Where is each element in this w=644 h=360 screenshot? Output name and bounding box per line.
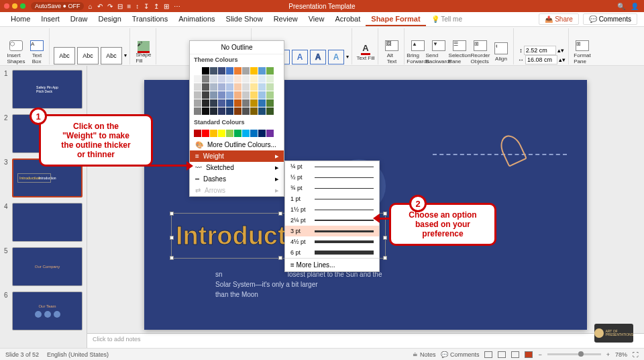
text-fill-button[interactable]: AText Fill [356, 40, 375, 64]
sketched-item[interactable]: 〰Sketched▶ [190, 162, 284, 173]
colour-swatch[interactable] [194, 91, 201, 99]
colour-swatch[interactable] [210, 83, 217, 91]
colour-swatch[interactable] [234, 107, 241, 115]
colour-swatch[interactable] [218, 67, 225, 75]
zoom-level[interactable]: 78% [615, 351, 627, 358]
colour-swatch[interactable] [218, 107, 225, 115]
colour-swatch[interactable] [242, 67, 250, 75]
qat-icon[interactable]: ⊞ [164, 3, 169, 10]
tab-slide-show[interactable]: Slide Show [221, 13, 268, 26]
qat-icon[interactable]: ⋯ [174, 3, 180, 10]
colour-swatch[interactable] [194, 83, 201, 91]
colour-swatch[interactable] [210, 91, 217, 99]
weight-option-4½pt[interactable]: 4½ pt [285, 236, 379, 247]
colour-swatch[interactable] [234, 75, 241, 83]
colour-swatch[interactable] [210, 130, 217, 137]
colour-swatch[interactable] [242, 83, 250, 91]
language-indicator[interactable]: English (United States) [47, 351, 109, 358]
colour-swatch[interactable] [234, 83, 241, 91]
tab-review[interactable]: Review [268, 13, 303, 26]
sorter-view-icon[interactable] [498, 351, 506, 358]
zoom-out-icon[interactable]: − [538, 351, 541, 358]
colour-swatch[interactable] [210, 75, 217, 83]
wordart-style-4[interactable]: A [310, 50, 326, 64]
colour-swatch[interactable] [194, 107, 201, 115]
thumbnail-6[interactable]: Our Team [12, 291, 83, 330]
qat-icon[interactable]: ≡ [127, 3, 131, 10]
thumbnail-5[interactable]: Our Company [12, 247, 83, 286]
qat-icon[interactable]: ↥ [154, 3, 159, 10]
reorder-button[interactable]: ⊞Reorder Objects [471, 40, 490, 64]
tab-acrobat[interactable]: Acrobat [329, 13, 366, 26]
colour-swatch[interactable] [258, 99, 266, 107]
shape-style-1[interactable]: Abc [54, 47, 75, 64]
colour-swatch[interactable] [242, 107, 250, 115]
colour-swatch[interactable] [250, 67, 258, 75]
colour-swatch[interactable] [234, 130, 241, 137]
dashes-item[interactable]: ┅Dashes▶ [190, 173, 284, 185]
colour-swatch[interactable] [258, 83, 266, 91]
tab-home[interactable]: Home [5, 13, 36, 26]
colour-swatch[interactable] [250, 130, 258, 137]
colour-swatch[interactable] [266, 91, 274, 99]
thumbnail-4[interactable] [12, 203, 83, 242]
colour-swatch[interactable] [266, 130, 274, 137]
colour-swatch[interactable] [202, 67, 209, 75]
send-backward-button[interactable]: ▼Send Backwards [429, 40, 448, 64]
tell-me[interactable]: 💡 Tell me [431, 15, 462, 23]
slideshow-view-icon[interactable] [525, 351, 533, 358]
tab-view[interactable]: View [303, 13, 330, 26]
colour-swatch[interactable] [218, 130, 225, 137]
weight-option-1½pt[interactable]: 1½ pt [285, 204, 379, 215]
weight-option-¾pt[interactable]: ¾ pt [285, 183, 379, 193]
qat-icon[interactable]: ↶ [97, 3, 103, 10]
autosave-toggle[interactable]: AutoSave ● OFF [31, 2, 84, 10]
colour-swatch[interactable] [194, 130, 201, 137]
share-button[interactable]: 📤 Share [539, 13, 578, 25]
colour-swatch[interactable] [202, 75, 209, 83]
weight-option-¼pt[interactable]: ¼ pt [285, 161, 379, 172]
qat-icon[interactable]: ⊟ [117, 3, 123, 10]
colour-swatch[interactable] [202, 130, 209, 137]
width-input[interactable]: ↔▴▾ [518, 55, 566, 64]
weight-option-1pt[interactable]: 1 pt [285, 193, 379, 204]
colour-swatch[interactable] [194, 75, 201, 83]
more-styles-icon[interactable]: ▾ [124, 52, 127, 58]
standard-colour-grid[interactable] [190, 128, 284, 139]
tab-insert[interactable]: Insert [36, 13, 65, 26]
colour-swatch[interactable] [234, 67, 241, 75]
bring-forward-button[interactable]: ▲Bring Forwards [409, 40, 427, 64]
colour-swatch[interactable] [202, 83, 209, 91]
colour-swatch[interactable] [242, 99, 250, 107]
fit-icon[interactable]: ⛶ [633, 351, 639, 358]
tab-shape-format[interactable]: Shape Format [366, 13, 425, 26]
zoom-slider[interactable] [547, 353, 601, 355]
colour-swatch[interactable] [250, 83, 258, 91]
colour-swatch[interactable] [242, 75, 250, 83]
window-controls[interactable] [4, 3, 25, 9]
tab-draw[interactable]: Draw [65, 13, 93, 26]
reading-view-icon[interactable] [511, 351, 519, 358]
slide-thumbnails[interactable]: 1Safety Pin App Pitch Deck23Introduction… [0, 66, 87, 348]
colour-swatch[interactable] [250, 107, 258, 115]
colour-swatch[interactable] [226, 75, 233, 83]
weight-option-3pt[interactable]: 3 pt [285, 226, 379, 236]
tab-transitions[interactable]: Transitions [127, 13, 173, 26]
thumbnail-1[interactable]: Safety Pin App Pitch Deck [12, 70, 83, 109]
align-button[interactable]: ⫞Align [492, 40, 511, 64]
colour-swatch[interactable] [194, 99, 201, 107]
notes-placeholder[interactable]: Click to add notes [87, 333, 644, 348]
colour-swatch[interactable] [258, 75, 266, 83]
colour-swatch[interactable] [226, 99, 233, 107]
weight-option-6pt[interactable]: 6 pt [285, 247, 379, 258]
colour-swatch[interactable] [226, 91, 233, 99]
selection-pane-button[interactable]: ☰Selection Pane [450, 40, 469, 64]
qat-icon[interactable]: ↷ [107, 3, 113, 10]
colour-swatch[interactable] [242, 91, 250, 99]
qat-icon[interactable]: ↧ [144, 3, 149, 10]
colour-swatch[interactable] [266, 83, 274, 91]
colour-swatch[interactable] [266, 99, 274, 107]
alt-text-button[interactable]: 🖼Alt Text [382, 40, 401, 64]
comments-toggle[interactable]: 💬 Comments [441, 351, 479, 358]
tab-animations[interactable]: Animations [173, 13, 220, 26]
